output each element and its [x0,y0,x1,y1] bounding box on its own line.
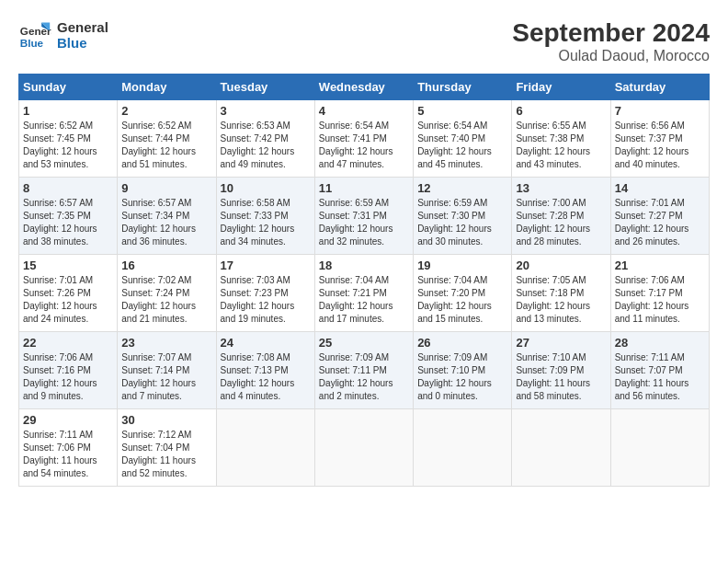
day-cell-11: 11 Sunrise: 6:59 AMSunset: 7:31 PMDaylig… [314,178,413,255]
title-block: September 2024 Oulad Daoud, Morocco [512,18,710,64]
day-cell-21: 21 Sunrise: 7:06 AMSunset: 7:17 PMDaylig… [610,255,709,332]
day-cell-empty-1 [216,409,314,487]
day-cell-28: 28 Sunrise: 7:11 AMSunset: 7:07 PMDaylig… [610,332,709,409]
page-subtitle: Oulad Daoud, Morocco [512,48,710,64]
day-cell-9: 9 Sunrise: 6:57 AMSunset: 7:34 PMDayligh… [118,178,216,255]
day-cell-15: 15 Sunrise: 7:01 AMSunset: 7:26 PMDaylig… [19,255,118,332]
day-cell-26: 26 Sunrise: 7:09 AMSunset: 7:10 PMDaylig… [414,332,512,409]
day-cell-25: 25 Sunrise: 7:09 AMSunset: 7:11 PMDaylig… [314,332,413,409]
day-cell-empty-3 [414,409,512,487]
day-cell-7: 7 Sunrise: 6:56 AMSunset: 7:37 PMDayligh… [610,100,709,178]
week-row-1: 1 Sunrise: 6:52 AMSunset: 7:45 PMDayligh… [19,100,710,178]
page-title: September 2024 [512,18,710,48]
day-cell-14: 14 Sunrise: 7:01 AMSunset: 7:27 PMDaylig… [610,178,709,255]
day-cell-empty-5 [610,409,709,487]
day-cell-3: 3 Sunrise: 6:53 AMSunset: 7:42 PMDayligh… [216,100,314,178]
day-cell-8: 8 Sunrise: 6:57 AMSunset: 7:35 PMDayligh… [19,178,118,255]
day-cell-16: 16 Sunrise: 7:02 AMSunset: 7:24 PMDaylig… [118,255,216,332]
page-header: General Blue General Blue September 2024… [18,18,710,64]
day-cell-12: 12 Sunrise: 6:59 AMSunset: 7:30 PMDaylig… [414,178,512,255]
day-cell-23: 23 Sunrise: 7:07 AMSunset: 7:14 PMDaylig… [118,332,216,409]
day-cell-empty-4 [512,409,610,487]
header-wednesday: Wednesday [314,75,413,100]
week-row-3: 15 Sunrise: 7:01 AMSunset: 7:26 PMDaylig… [19,255,710,332]
day-cell-30: 30 Sunrise: 7:12 AMSunset: 7:04 PMDaylig… [118,409,216,487]
week-row-2: 8 Sunrise: 6:57 AMSunset: 7:35 PMDayligh… [19,178,710,255]
header-saturday: Saturday [610,75,709,100]
day-cell-1: 1 Sunrise: 6:52 AMSunset: 7:45 PMDayligh… [19,100,118,178]
weekday-header-row: Sunday Monday Tuesday Wednesday Thursday… [19,75,710,100]
day-cell-19: 19 Sunrise: 7:04 AMSunset: 7:20 PMDaylig… [414,255,512,332]
day-cell-20: 20 Sunrise: 7:05 AMSunset: 7:18 PMDaylig… [512,255,610,332]
header-tuesday: Tuesday [216,75,314,100]
day-cell-4: 4 Sunrise: 6:54 AMSunset: 7:41 PMDayligh… [314,100,413,178]
day-cell-empty-2 [314,409,413,487]
day-cell-13: 13 Sunrise: 7:00 AMSunset: 7:28 PMDaylig… [512,178,610,255]
day-cell-18: 18 Sunrise: 7:04 AMSunset: 7:21 PMDaylig… [314,255,413,332]
day-cell-17: 17 Sunrise: 7:03 AMSunset: 7:23 PMDaylig… [216,255,314,332]
day-cell-10: 10 Sunrise: 6:58 AMSunset: 7:33 PMDaylig… [216,178,314,255]
day-cell-22: 22 Sunrise: 7:06 AMSunset: 7:16 PMDaylig… [19,332,118,409]
day-cell-5: 5 Sunrise: 6:54 AMSunset: 7:40 PMDayligh… [414,100,512,178]
week-row-5: 29 Sunrise: 7:11 AMSunset: 7:06 PMDaylig… [19,409,710,487]
header-friday: Friday [512,75,610,100]
logo-icon: General Blue [18,18,51,52]
header-monday: Monday [118,75,216,100]
logo-general: General [57,19,108,35]
svg-text:Blue: Blue [20,37,44,49]
day-cell-29: 29 Sunrise: 7:11 AMSunset: 7:06 PMDaylig… [19,409,118,487]
day-cell-2: 2 Sunrise: 6:52 AMSunset: 7:44 PMDayligh… [118,100,216,178]
logo: General Blue General Blue [18,18,108,52]
header-sunday: Sunday [19,75,118,100]
day-cell-6: 6 Sunrise: 6:55 AMSunset: 7:38 PMDayligh… [512,100,610,178]
header-thursday: Thursday [414,75,512,100]
logo-blue: Blue [57,35,108,51]
day-cell-24: 24 Sunrise: 7:08 AMSunset: 7:13 PMDaylig… [216,332,314,409]
calendar-table: Sunday Monday Tuesday Wednesday Thursday… [18,74,710,487]
week-row-4: 22 Sunrise: 7:06 AMSunset: 7:16 PMDaylig… [19,332,710,409]
day-cell-27: 27 Sunrise: 7:10 AMSunset: 7:09 PMDaylig… [512,332,610,409]
